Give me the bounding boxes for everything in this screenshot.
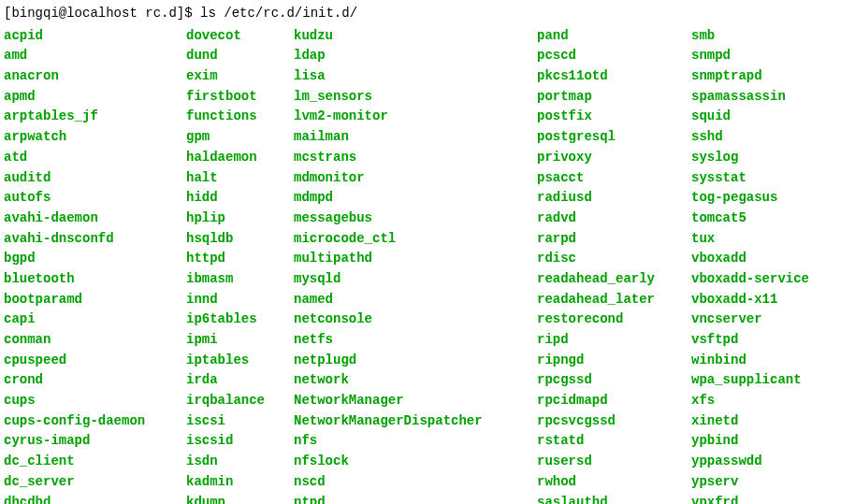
file-entry: ypserv	[691, 472, 809, 493]
file-entry: spamassassin	[691, 87, 809, 108]
file-entry: vboxadd-service	[691, 269, 809, 290]
file-entry: syslog	[691, 148, 809, 168]
file-entry: smb	[691, 26, 809, 47]
file-entry: multipathd	[294, 249, 522, 269]
file-entry: avahi-dnsconfd	[4, 229, 171, 250]
file-entry: ldap	[294, 46, 522, 66]
file-entry: xinetd	[691, 411, 809, 432]
file-entry: lvm2-monitor	[294, 107, 522, 127]
file-entry: network	[294, 370, 522, 391]
file-entry: autofs	[4, 188, 171, 209]
file-entry: readahead_early	[537, 269, 676, 290]
file-entry: dc_client	[4, 452, 171, 472]
file-entry: ypxfrd	[691, 493, 809, 505]
file-entry: httpd	[186, 249, 279, 269]
file-entry: postgresql	[537, 127, 676, 148]
file-entry: avahi-daemon	[4, 209, 171, 229]
file-entry: atd	[4, 148, 171, 168]
file-entry: rusersd	[537, 452, 676, 472]
file-entry: iscsi	[186, 411, 279, 432]
file-entry: auditd	[4, 168, 171, 189]
file-entry: ripngd	[537, 351, 676, 371]
file-entry: dhcdbd	[4, 493, 171, 505]
file-entry: bluetooth	[4, 269, 171, 290]
file-entry: acpid	[4, 26, 171, 47]
file-entry: tux	[691, 229, 809, 250]
file-entry: xfs	[691, 391, 809, 411]
file-entry: anacron	[4, 66, 171, 87]
file-entry: pcscd	[537, 46, 676, 66]
file-entry: nfslock	[294, 452, 522, 472]
file-entry: squid	[691, 107, 809, 127]
file-entry: tog-pegasus	[691, 188, 809, 209]
file-entry: hsqldb	[186, 229, 279, 250]
file-entry: sysstat	[691, 168, 809, 189]
file-entry: hplip	[186, 209, 279, 229]
file-entry: nfs	[294, 431, 522, 452]
file-entry: ibmasm	[186, 269, 279, 290]
file-entry: bgpd	[4, 249, 171, 269]
file-entry: mysqld	[294, 269, 522, 290]
file-entry: dund	[186, 46, 279, 66]
file-entry: rdisc	[537, 249, 676, 269]
file-entry: vboxadd-x11	[691, 290, 809, 310]
file-entry: halt	[186, 168, 279, 189]
file-entry: vsftpd	[691, 330, 809, 351]
file-entry: functions	[186, 107, 279, 127]
ls-column-3: kudzuldaplisalm_sensorslvm2-monitormailm…	[294, 26, 537, 504]
file-entry: pkcs11otd	[537, 66, 676, 87]
file-entry: rpcidmapd	[537, 391, 676, 411]
file-entry: irqbalance	[186, 391, 279, 411]
file-entry: mdmonitor	[294, 168, 522, 189]
ls-output: acpidamdanacronapmdarptables_jfarpwatcha…	[4, 26, 851, 504]
file-entry: kadmin	[186, 472, 279, 493]
file-entry: rpcsvcgssd	[537, 411, 676, 432]
file-entry: bootparamd	[4, 290, 171, 310]
prompt-line: [bingqi@localhost rc.d]$ ls /etc/rc.d/in…	[4, 4, 851, 24]
file-entry: ripd	[537, 330, 676, 351]
file-entry: dc_server	[4, 472, 171, 493]
file-entry: gpm	[186, 127, 279, 148]
file-entry: lm_sensors	[294, 87, 522, 108]
file-entry: NetworkManagerDispatcher	[294, 411, 522, 432]
file-entry: arptables_jf	[4, 107, 171, 127]
ls-column-5: smbsnmpdsnmptrapdspamassassinsquidsshdsy…	[691, 26, 824, 504]
file-entry: pand	[537, 26, 676, 47]
file-entry: yppasswdd	[691, 452, 809, 472]
file-entry: wpa_supplicant	[691, 370, 809, 391]
file-entry: lisa	[294, 66, 522, 87]
file-entry: privoxy	[537, 148, 676, 168]
ls-column-2: dovecotdundeximfirstbootfunctionsgpmhald…	[186, 26, 294, 504]
file-entry: ypbind	[691, 431, 809, 452]
ls-column-4: pandpcscdpkcs11otdportmappostfixpostgres…	[537, 26, 691, 504]
file-entry: amd	[4, 46, 171, 66]
file-entry: ip6tables	[186, 310, 279, 330]
file-entry: conman	[4, 330, 171, 351]
file-entry: arpwatch	[4, 127, 171, 148]
file-entry: radiusd	[537, 188, 676, 209]
file-entry: postfix	[537, 107, 676, 127]
file-entry: capi	[4, 310, 171, 330]
file-entry: cups-config-daemon	[4, 411, 171, 432]
file-entry: kdump	[186, 493, 279, 505]
file-entry: messagebus	[294, 209, 522, 229]
file-entry: rpcgssd	[537, 370, 676, 391]
shell-prompt: [bingqi@localhost rc.d]$	[4, 6, 200, 21]
file-entry: portmap	[537, 87, 676, 108]
file-entry: dovecot	[186, 26, 279, 47]
file-entry: mcstrans	[294, 148, 522, 168]
file-entry: rarpd	[537, 229, 676, 250]
file-entry: rwhod	[537, 472, 676, 493]
file-entry: hidd	[186, 188, 279, 209]
file-entry: psacct	[537, 168, 676, 189]
file-entry: iptables	[186, 351, 279, 371]
file-entry: innd	[186, 290, 279, 310]
file-entry: iscsid	[186, 431, 279, 452]
file-entry: haldaemon	[186, 148, 279, 168]
file-entry: mailman	[294, 127, 522, 148]
file-entry: ipmi	[186, 330, 279, 351]
file-entry: winbind	[691, 351, 809, 371]
file-entry: vncserver	[691, 310, 809, 330]
file-entry: irda	[186, 370, 279, 391]
file-entry: tomcat5	[691, 209, 809, 229]
